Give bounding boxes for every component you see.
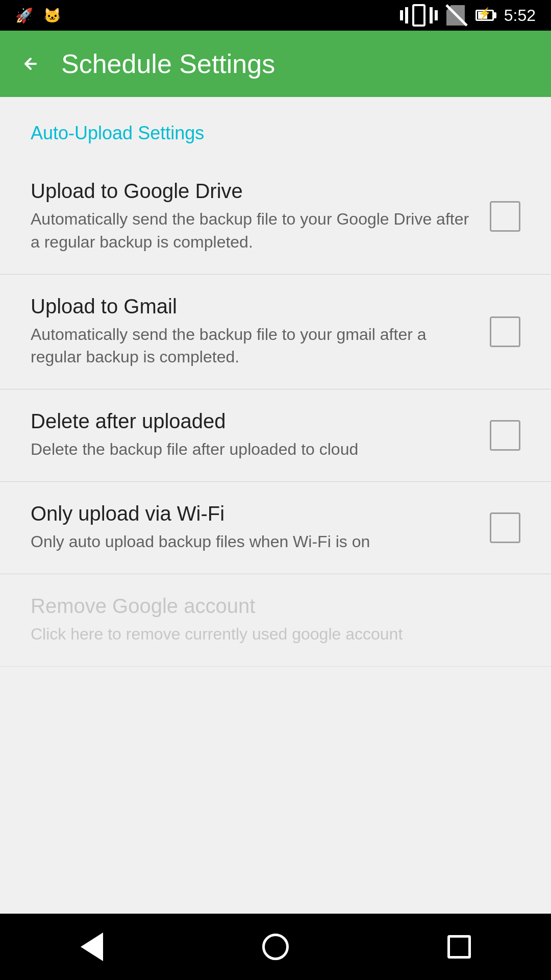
cat-icon: 🐱 <box>43 7 61 24</box>
nav-recent-button[interactable] <box>434 926 485 967</box>
setting-delete-after-upload-text: Delete after uploaded Delete the backup … <box>31 410 490 461</box>
section-auto-upload-header: Auto-Upload Settings <box>0 97 551 159</box>
setting-only-wifi[interactable]: Only upload via Wi-Fi Only auto upload b… <box>0 482 551 574</box>
setting-upload-gmail-desc: Automatically send the backup file to yo… <box>31 323 469 369</box>
rocket-icon: 🚀 <box>15 7 33 24</box>
header: Schedule Settings <box>0 31 551 97</box>
setting-upload-google-drive-title: Upload to Google Drive <box>31 180 469 203</box>
vibrate-icon <box>400 4 438 27</box>
battery-icon: ⚡ <box>475 10 496 21</box>
setting-upload-google-drive-checkbox[interactable] <box>490 201 520 232</box>
setting-only-wifi-text: Only upload via Wi-Fi Only auto upload b… <box>31 502 490 553</box>
setting-upload-gmail[interactable]: Upload to Gmail Automatically send the b… <box>0 275 551 390</box>
status-bar-left: 🚀 🐱 <box>15 7 61 24</box>
nav-bar <box>0 914 551 980</box>
status-bar-right: ⚡ 5:52 <box>400 4 536 27</box>
setting-remove-google-account-desc: Click here to remove currently used goog… <box>31 623 500 646</box>
nav-back-button[interactable] <box>66 926 117 967</box>
status-time: 5:52 <box>504 6 536 25</box>
setting-upload-gmail-text: Upload to Gmail Automatically send the b… <box>31 295 490 369</box>
setting-upload-google-drive[interactable]: Upload to Google Drive Automatically sen… <box>0 159 551 275</box>
section-title: Auto-Upload Settings <box>31 122 204 143</box>
nav-home-button[interactable] <box>250 926 301 967</box>
setting-upload-gmail-checkbox[interactable] <box>490 316 520 347</box>
setting-delete-after-upload[interactable]: Delete after uploaded Delete the backup … <box>0 389 551 482</box>
setting-remove-google-account: Remove Google account Click here to remo… <box>0 574 551 667</box>
setting-remove-google-account-title: Remove Google account <box>31 595 500 618</box>
setting-delete-after-upload-title: Delete after uploaded <box>31 410 469 433</box>
setting-delete-after-upload-checkbox[interactable] <box>490 420 520 451</box>
setting-upload-google-drive-desc: Automatically send the backup file to yo… <box>31 208 469 254</box>
status-bar: 🚀 🐱 ⚡ 5:52 <box>0 0 551 31</box>
nav-home-icon <box>262 934 289 960</box>
setting-delete-after-upload-desc: Delete the backup file after uploaded to… <box>31 438 469 461</box>
setting-upload-google-drive-text: Upload to Google Drive Automatically sen… <box>31 180 490 254</box>
no-sim-icon <box>445 4 468 27</box>
setting-only-wifi-checkbox[interactable] <box>490 512 520 543</box>
nav-back-icon <box>81 933 103 961</box>
content: Auto-Upload Settings Upload to Google Dr… <box>0 97 551 914</box>
nav-recent-icon <box>447 935 471 959</box>
back-button[interactable] <box>20 54 41 74</box>
page-title: Schedule Settings <box>61 48 275 79</box>
setting-upload-gmail-title: Upload to Gmail <box>31 295 469 318</box>
setting-only-wifi-title: Only upload via Wi-Fi <box>31 502 469 525</box>
setting-only-wifi-desc: Only auto upload backup files when Wi-Fi… <box>31 530 469 553</box>
setting-remove-google-account-text: Remove Google account Click here to remo… <box>31 595 520 646</box>
